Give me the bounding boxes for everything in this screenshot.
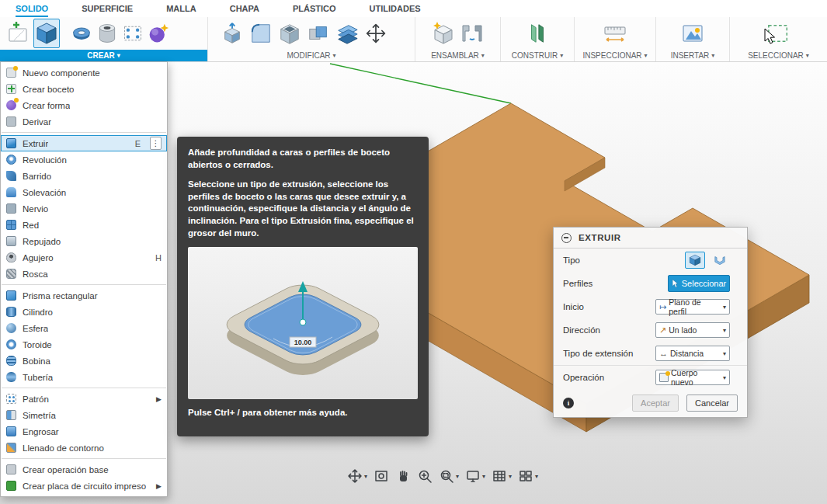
menu-item-esfera[interactable]: Esfera <box>1 320 167 336</box>
menu-item-tuberia[interactable]: Tubería <box>1 369 167 385</box>
kebab-menu-icon[interactable]: ⋮ <box>150 137 162 150</box>
ribbon-group-ensamblar: ENSAMBLAR▾ <box>415 17 501 61</box>
submenu-arrow-icon: ▶ <box>156 395 162 403</box>
seleccionar-group-label[interactable]: SELECCIONAR▾ <box>730 50 827 61</box>
menu-item-crear-operacion-base[interactable]: Crear operación base <box>1 461 167 478</box>
menu-item-derivar[interactable]: Derivar <box>1 113 167 130</box>
cancelar-button[interactable]: Cancelar <box>686 395 738 412</box>
revolve-icon <box>6 155 16 165</box>
create-form-button[interactable] <box>147 19 170 48</box>
nav-zoom-button[interactable] <box>417 468 433 484</box>
construir-group-label[interactable]: CONSTRUIR▾ <box>501 50 574 61</box>
shell-button[interactable] <box>276 19 303 48</box>
direction-dropdown[interactable]: ↗ Un lado ▾ <box>655 322 730 338</box>
menu-item-prisma-rectangular[interactable]: Prisma rectangular <box>1 287 167 304</box>
aceptar-button[interactable]: Aceptar <box>632 395 679 412</box>
info-icon[interactable]: i <box>563 398 574 408</box>
measure-icon <box>603 21 627 46</box>
extrude-type-thin-button[interactable] <box>710 252 730 269</box>
sweep-icon <box>6 171 16 181</box>
insertar-group-label[interactable]: INSERTAR▾ <box>656 50 729 61</box>
tab-utilidades[interactable]: UTILIDADES <box>370 0 421 17</box>
extent-type-dropdown[interactable]: ↔ Distancia ▾ <box>655 346 730 361</box>
menu-item-repujado[interactable]: Repujado <box>1 233 167 249</box>
nav-pan-button[interactable] <box>395 468 411 484</box>
loft-icon <box>6 187 16 197</box>
new-body-icon <box>659 373 669 382</box>
crear-group-label[interactable]: CREAR▾ <box>0 50 207 61</box>
menu-item-crear-placa-pcb[interactable]: Crear placa de circuito impreso ▶ <box>1 478 167 494</box>
measure-button[interactable] <box>602 19 628 48</box>
press-pull-button[interactable] <box>219 19 245 48</box>
nav-viewports-button[interactable]: ▾ <box>518 468 538 484</box>
menu-item-patron[interactable]: Patrón ▶ <box>1 391 167 407</box>
menu-item-llenado-de-contorno[interactable]: Llenado de contorno <box>1 440 167 456</box>
menu-item-revolucion[interactable]: Revolución <box>1 151 167 168</box>
hole-button[interactable] <box>96 19 119 48</box>
revolve-button[interactable] <box>70 19 93 48</box>
new-component-icon <box>431 21 456 46</box>
extrude-icon <box>6 138 16 148</box>
joint-icon <box>460 21 485 46</box>
insert-image-button[interactable] <box>679 19 706 48</box>
caret-down-icon: ▾ <box>535 473 538 480</box>
nav-pan-orbit-button[interactable]: ▾ <box>347 468 367 484</box>
dialog-title-bar[interactable]: EXTRUIR <box>554 228 747 249</box>
pattern-button[interactable] <box>121 19 144 48</box>
extrude-solid-icon <box>688 253 702 267</box>
shortcut-key: H <box>155 253 162 262</box>
menu-item-extruir[interactable]: Extruir E ⋮ <box>1 135 167 151</box>
modificar-group-label[interactable]: MODIFICAR▾ <box>208 50 415 61</box>
extrude-button[interactable] <box>33 19 60 48</box>
menu-item-simetria[interactable]: Simetría <box>1 407 167 423</box>
menu-item-engrosar[interactable]: Engrosar <box>1 423 167 440</box>
joint-button[interactable] <box>459 19 485 48</box>
operation-dropdown[interactable]: Cuerpo nuevo ▾ <box>655 370 730 385</box>
menu-item-bobina[interactable]: Bobina <box>1 353 167 369</box>
caret-down-icon: ▾ <box>456 473 459 480</box>
ribbon-group-modificar: MODIFICAR▾ <box>208 17 415 61</box>
menu-item-rosca[interactable]: Rosca <box>1 266 167 282</box>
tab-superficie[interactable]: SUPERFICIE <box>82 0 133 17</box>
hole-icon <box>96 23 118 44</box>
nav-grid-button[interactable]: ▾ <box>492 468 512 484</box>
create-sketch-icon <box>5 21 30 46</box>
new-component-button[interactable] <box>430 19 457 48</box>
construct-plane-button[interactable] <box>524 19 551 48</box>
menu-item-agujero[interactable]: Agujero H <box>1 249 167 266</box>
menu-item-cilindro[interactable]: Cilindro <box>1 304 167 320</box>
menu-item-crear-boceto[interactable]: Crear boceto <box>1 81 167 97</box>
submenu-arrow-icon: ▶ <box>156 482 162 490</box>
dialog-footer: i Aceptar Cancelar <box>554 389 747 417</box>
fillet-button[interactable] <box>248 19 274 48</box>
nav-display-settings-button[interactable]: ▾ <box>465 468 485 484</box>
tab-malla[interactable]: MALLA <box>166 0 196 17</box>
direction-icon: ↗ <box>659 326 666 335</box>
caret-down-icon: ▾ <box>806 53 809 59</box>
select-profiles-button[interactable]: Seleccionar <box>668 275 730 292</box>
inspeccionar-group-label[interactable]: INSPECCIONAR▾ <box>575 50 655 61</box>
menu-item-crear-forma[interactable]: Crear forma <box>1 97 167 113</box>
menu-item-toroide[interactable]: Toroide <box>1 336 167 353</box>
extrude-type-solid-button[interactable] <box>685 252 705 269</box>
tab-chapa[interactable]: CHAPA <box>230 0 259 17</box>
dialog-row-direccion: Dirección ↗ Un lado ▾ <box>554 318 747 342</box>
palette-handle-icon[interactable] <box>561 233 572 243</box>
menu-item-nervio[interactable]: Nervio <box>1 200 167 217</box>
nav-fit-button[interactable]: ▾ <box>439 468 459 484</box>
tab-solido[interactable]: SOLIDO <box>16 0 48 17</box>
menu-item-nuevo-componente[interactable]: Nuevo componente <box>1 64 167 81</box>
menu-item-solevacion[interactable]: Solevación <box>1 184 167 200</box>
move-button[interactable] <box>363 19 389 48</box>
create-sketch-button[interactable] <box>5 19 31 48</box>
ensamblar-group-label[interactable]: ENSAMBLAR▾ <box>415 50 500 61</box>
tab-plastico[interactable]: PLÁSTICO <box>293 0 336 17</box>
ribbon-group-seleccionar: SELECCIONAR▾ <box>730 17 827 61</box>
offset-faces-button[interactable] <box>334 19 360 48</box>
start-dropdown[interactable]: ↦ Plano de perfil ▾ <box>655 299 730 315</box>
combine-button[interactable] <box>305 19 332 48</box>
menu-item-barrido[interactable]: Barrido <box>1 168 167 184</box>
menu-item-red[interactable]: Red <box>1 217 167 233</box>
nav-look-at-button[interactable] <box>374 468 389 484</box>
emboss-icon <box>6 236 16 246</box>
